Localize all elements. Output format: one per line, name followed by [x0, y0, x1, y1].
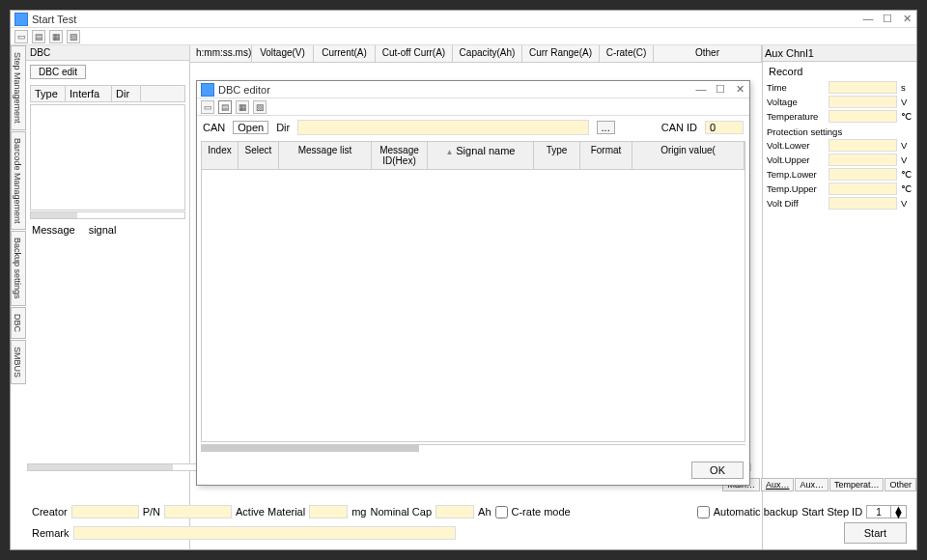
ed-minimize[interactable]: — [695, 83, 707, 96]
dbc-editor-icon [201, 83, 214, 97]
col-range: Curr Range(A) [522, 45, 600, 62]
aux-header: Aux Chnl1 [763, 45, 916, 62]
maximize-button[interactable]: ☐ [882, 13, 893, 25]
auto-backup-checkbox[interactable] [697, 506, 710, 518]
dbc-col-dir: Dir [112, 86, 141, 101]
ed-open-icon[interactable]: ▤ [218, 100, 232, 114]
aux-voltage-lbl: Voltage [767, 97, 825, 107]
btab-other[interactable]: Other [885, 478, 916, 491]
dbc-table-body [30, 104, 185, 210]
aux-time-lbl: Time [767, 82, 825, 93]
temp-lower-input[interactable] [829, 168, 897, 181]
pn-input[interactable] [164, 505, 232, 518]
start-step-id-spinner[interactable]: ▲▼ [866, 505, 907, 518]
aux-protection-label: Protection settings [767, 126, 913, 137]
ed-open-tooltip: Open [233, 121, 268, 134]
volt-lower-input[interactable] [829, 139, 897, 152]
volt-upper-input[interactable] [829, 154, 897, 166]
col-current: Current(A) [314, 45, 376, 62]
col-cutoff: Cut-off Curr(A) [376, 45, 453, 62]
tab-step-management[interactable]: Step Management [11, 45, 26, 130]
dbc-col-type: Type [31, 86, 66, 101]
new-icon[interactable]: ▭ [14, 30, 28, 43]
volt-diff-input[interactable] [829, 197, 897, 210]
active-material-input[interactable] [309, 505, 348, 518]
dbc-editor-title: DBC editor [218, 84, 695, 96]
btab-aux1[interactable]: Aux… [761, 478, 795, 491]
dbc-message-label[interactable]: Message [32, 224, 75, 236]
ed-hscroll[interactable] [201, 444, 745, 452]
dbc-hscroll[interactable] [30, 211, 185, 219]
window-title: Start Test [32, 14, 862, 25]
aux-voltage-input[interactable] [829, 96, 897, 108]
ed-table-body [202, 170, 744, 441]
temp-upper-input[interactable] [829, 182, 897, 195]
ed-save-icon[interactable]: ▦ [236, 100, 249, 114]
dbc-signal-label[interactable]: signal [89, 224, 117, 236]
minimize-button[interactable]: — [862, 13, 874, 25]
ed-can-lbl: CAN [203, 122, 225, 133]
ed-dir-lbl: Dir [276, 122, 290, 133]
crate-mode-checkbox[interactable] [495, 506, 508, 518]
btab-temperature[interactable]: Temperat… [829, 478, 885, 491]
dbc-col-interface: Interfa [66, 86, 112, 101]
nominal-cap-input[interactable] [435, 505, 474, 518]
aux-temp-lbl: Temperature [767, 111, 825, 122]
close-button[interactable]: ✕ [901, 13, 913, 25]
ed-ok-button[interactable]: OK [691, 462, 744, 479]
ed-dir-input[interactable] [297, 120, 588, 135]
start-button[interactable]: Start [844, 522, 907, 544]
col-other: Other [654, 45, 762, 62]
col-voltage: Voltage(V) [252, 45, 314, 62]
dbc-edit-button[interactable]: DBC edit [30, 65, 86, 79]
app-icon [14, 13, 28, 26]
btab-aux2[interactable]: Aux… [795, 478, 829, 491]
creator-input[interactable] [71, 505, 139, 518]
ed-close[interactable]: ✕ [734, 83, 745, 96]
tab-barcode-management[interactable]: Barcode Management [11, 131, 26, 231]
tab-dbc[interactable]: DBC [11, 307, 26, 339]
aux-time-input[interactable] [829, 81, 897, 94]
save-icon[interactable]: ▦ [49, 30, 63, 43]
ed-maximize[interactable]: ☐ [715, 83, 726, 96]
tab-smbus[interactable]: SMBUS [11, 340, 26, 384]
ed-browse-button[interactable]: ... [597, 121, 615, 134]
aux-record-label: Record [769, 66, 911, 77]
tab-backup-settings[interactable]: Backup settings [11, 231, 26, 306]
dbc-panel-header: DBC [26, 45, 189, 61]
ed-canid-lbl: CAN ID [661, 122, 697, 133]
ed-new-icon[interactable]: ▭ [201, 100, 214, 114]
ed-copy-icon[interactable]: ▧ [253, 100, 267, 114]
ed-canid-input[interactable]: 0 [705, 121, 744, 134]
open-icon[interactable]: ▤ [32, 30, 45, 43]
remark-input[interactable] [73, 526, 456, 540]
col-time: h:mm:ss.ms) [190, 45, 252, 62]
aux-temp-input[interactable] [829, 110, 897, 123]
col-crate: C-rate(C) [600, 45, 654, 62]
col-capacity: Capacity(Ah) [453, 45, 522, 62]
copy-icon[interactable]: ▧ [67, 30, 80, 43]
